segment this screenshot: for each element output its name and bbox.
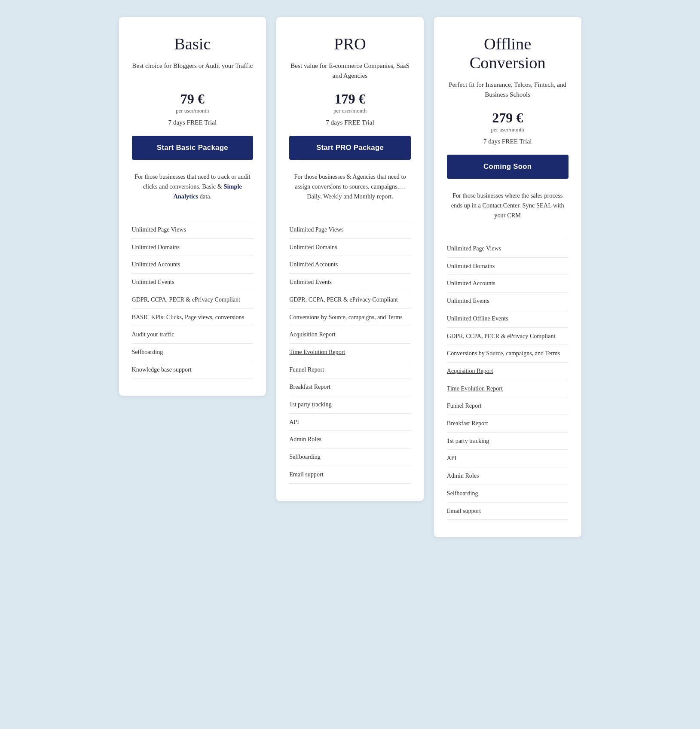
price-per-user-basic: per user/month [132,108,254,114]
list-item: Unlimited Events [289,274,411,291]
list-item: Acquisition Report [289,326,411,344]
plan-description-pro: For those businesses & Agencies that nee… [289,172,411,210]
list-item: GDPR, CCPA, PECR & ePrivacy Compliant [289,291,411,309]
list-item: API [289,414,411,431]
plan-title-pro: PRO [289,34,411,53]
plan-subtitle-pro: Best value for E-commerce Companies, Saa… [289,61,411,82]
list-item: Funnel Report [447,397,569,415]
features-list-offline: Unlimited Page ViewsUnlimited DomainsUnl… [447,240,569,520]
list-item: Unlimited Page Views [132,221,254,239]
list-item: Selfboarding [447,485,569,503]
pricing-container: BasicBest choice for Bloggers or Audit y… [114,17,587,537]
plan-price-offline: 279 €per user/month [447,110,569,133]
list-item: Unlimited Offline Events [447,310,569,328]
plan-trial-pro: 7 days FREE Trial [289,119,411,126]
price-per-user-pro: per user/month [289,108,411,114]
list-item: Unlimited Page Views [289,221,411,239]
plan-cta-offline[interactable]: Coming Soon [447,155,569,179]
list-item: Knowledge base support [132,361,254,379]
list-item: Selfboarding [289,448,411,466]
list-item: Conversions by Source, campaigns, and Te… [447,345,569,363]
list-item: GDPR, CCPA, PECR & ePrivacy Compliant [447,328,569,345]
list-item: Audit your traffic [132,326,254,344]
plan-card-pro: PROBest value for E-commerce Companies, … [276,17,424,501]
list-item: Breakfast Report [289,378,411,396]
plan-cta-pro[interactable]: Start PRO Package [289,136,411,160]
list-item: Conversions by Source, campaigns, and Te… [289,309,411,326]
list-item: Unlimited Accounts [447,275,569,293]
plan-card-offline: Offline ConversionPerfect fit for Insura… [434,17,581,537]
list-item: Admin Roles [289,431,411,448]
price-amount-offline: 279 € [492,110,523,125]
list-item: Unlimited Accounts [289,256,411,274]
list-item: Unlimited Domains [289,239,411,256]
plan-subtitle-basic: Best choice for Bloggers or Audit your T… [132,61,254,82]
plan-price-basic: 79 €per user/month [132,91,254,114]
plan-subtitle-offline: Perfect fit for Insurance, Telcos, Finte… [447,80,569,101]
list-item: Admin Roles [447,467,569,485]
list-item: 1st party tracking [447,433,569,450]
list-item: API [447,450,569,467]
list-item: Breakfast Report [447,415,569,433]
list-item: Unlimited Page Views [447,240,569,258]
plan-title-offline: Offline Conversion [447,34,569,72]
list-item: Time Evolution Report [447,380,569,398]
list-item: BASIC KPIs: Clicks, Page views, conversi… [132,309,254,326]
list-item: Acquisition Report [447,363,569,380]
list-item: Selfboarding [132,344,254,361]
list-item: 1st party tracking [289,396,411,414]
price-per-user-offline: per user/month [447,127,569,133]
plan-title-basic: Basic [132,34,254,53]
plan-card-basic: BasicBest choice for Bloggers or Audit y… [119,17,266,396]
list-item: Email support [447,503,569,520]
list-item: Unlimited Events [447,293,569,310]
plan-description-offline: For those businesses where the sales pro… [447,191,569,229]
price-amount-pro: 179 € [335,91,366,107]
list-item: GDPR, CCPA, PECR & ePrivacy Compliant [132,291,254,309]
price-amount-basic: 79 € [180,91,205,107]
list-item: Unlimited Domains [447,258,569,275]
list-item: Time Evolution Report [289,344,411,361]
list-item: Unlimited Domains [132,239,254,256]
plan-trial-offline: 7 days FREE Trial [447,137,569,145]
list-item: Unlimited Accounts [132,256,254,274]
features-list-pro: Unlimited Page ViewsUnlimited DomainsUnl… [289,221,411,484]
list-item: Unlimited Events [132,274,254,291]
plan-description-basic: For those businesses that need to track … [132,172,254,210]
plan-trial-basic: 7 days FREE Trial [132,119,254,126]
list-item: Email support [289,466,411,484]
list-item: Funnel Report [289,361,411,379]
plan-cta-basic[interactable]: Start Basic Package [132,136,254,160]
plan-price-pro: 179 €per user/month [289,91,411,114]
features-list-basic: Unlimited Page ViewsUnlimited DomainsUnl… [132,221,254,378]
